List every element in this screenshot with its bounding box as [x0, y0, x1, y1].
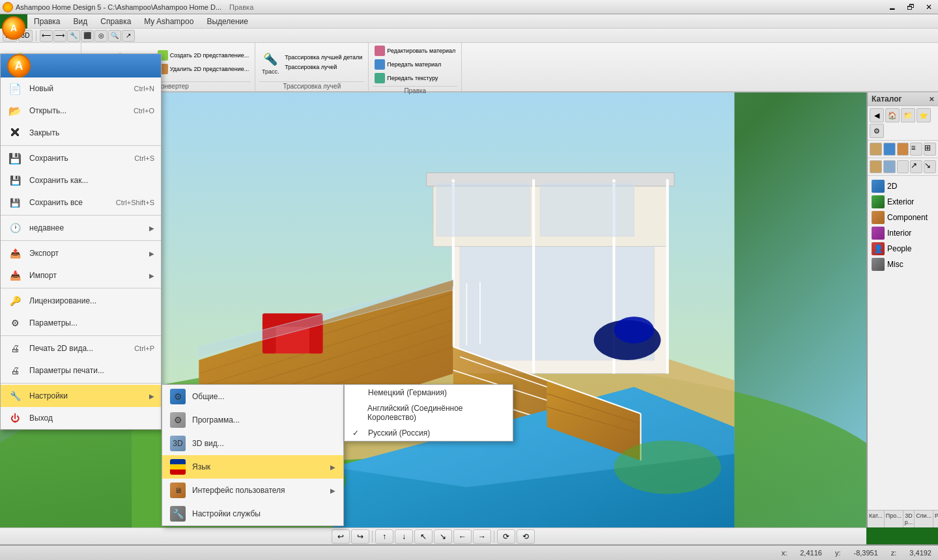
- submenu-item-service[interactable]: 🔧 Настройки службы: [162, 502, 343, 525]
- ribbon-delete2d-btn[interactable]: Удалить 2D представление...: [156, 63, 251, 76]
- maximize-button[interactable]: 🗗: [902, 0, 920, 14]
- catalog-title-text: Каталог: [872, 94, 902, 104]
- close-button[interactable]: ✕: [920, 0, 938, 14]
- menu-item-printparams[interactable]: 🖨 Параметры печати...: [1, 359, 161, 382]
- catalog-settings-btn[interactable]: ⚙: [870, 124, 884, 138]
- nav-divider: [372, 531, 373, 542]
- settings-submenu: ⚙ Общие... ⚙ Программа... 3D 3D вид... Я…: [162, 384, 344, 526]
- nav-btn-rotate-cw[interactable]: ⟳: [497, 529, 515, 544]
- catalog-title: Каталог ✕: [868, 92, 938, 106]
- catalog-back-btn[interactable]: ◀: [870, 108, 884, 122]
- menu-item-myashampoo[interactable]: My Ashampoo: [137, 14, 200, 29]
- ribbon-transtexture-btn[interactable]: Передать текстуру: [373, 72, 457, 85]
- menu-settings-arrow: ▶: [149, 393, 154, 400]
- ribbon-rays-btn[interactable]: Трассировка лучей: [283, 63, 364, 72]
- ribbon-bestdetail-btn[interactable]: Трассировка лучшей детали: [283, 53, 364, 62]
- menu-item-new[interactable]: 📄 Новый Ctrl+N: [1, 77, 161, 100]
- lang-item-en[interactable]: Английский (Соединённое Королевство): [345, 400, 513, 425]
- menu-item-save[interactable]: 💾 Сохранить Ctrl+S: [1, 147, 161, 169]
- menu-item-params[interactable]: ⚙ Параметры...: [1, 312, 161, 334]
- nav-btn-upleft[interactable]: ↖: [414, 529, 433, 544]
- catalog-filter-btn1[interactable]: [870, 160, 882, 173]
- catalog-tab-0[interactable]: Кат...: [868, 511, 885, 527]
- nav-btn-downright[interactable]: ↘: [434, 529, 452, 544]
- submenu-item-interface[interactable]: 🖥 Интерфейс пользователя ▶: [162, 479, 343, 502]
- nav-btn-rotate-ccw[interactable]: ⟲: [517, 529, 535, 544]
- nav-btn-undo[interactable]: ↩: [332, 529, 350, 544]
- minimize-button[interactable]: 🗕: [883, 0, 902, 14]
- catalog-filter-btn4[interactable]: ↗: [910, 160, 922, 173]
- lang-item-ru[interactable]: ✓ Русский (Россия): [345, 425, 513, 441]
- ribbon-editmaterial-btn[interactable]: Редактировать материал: [373, 44, 457, 57]
- menu-item-saveas[interactable]: 💾 Сохранить как...: [1, 169, 161, 191]
- menu-item-pravka[interactable]: Правка: [27, 14, 67, 29]
- menu-item-settings[interactable]: 🔧 Настройки ▶: [1, 385, 161, 407]
- tb-icon-2[interactable]: ⟶: [53, 30, 66, 42]
- catalog-tab-1[interactable]: Про...: [885, 511, 903, 527]
- menu-item-vid[interactable]: Вид: [67, 14, 94, 29]
- menu-item-spravka[interactable]: Справка: [94, 14, 137, 29]
- catalog-view-btn-2d[interactable]: [883, 143, 896, 156]
- catalog-tab-2[interactable]: 3D р...: [903, 511, 915, 527]
- catalog-tab-4[interactable]: Рас...: [933, 511, 938, 527]
- catalog-tab-3[interactable]: Спи...: [915, 511, 933, 527]
- catalog-item-exterior[interactable]: Exterior: [870, 194, 935, 210]
- catalog-label-people: People: [887, 244, 911, 253]
- catalog-filter-btn2[interactable]: [883, 160, 896, 173]
- catalog-filter-btn3[interactable]: [897, 160, 909, 173]
- menu-item-exit[interactable]: ⏻ Выход: [1, 407, 161, 429]
- menu-item-open[interactable]: 📂 Открыть... Ctrl+O: [1, 100, 161, 122]
- catalog-item-people[interactable]: 👤 People: [870, 241, 935, 257]
- coord-y-value: -8,3951: [853, 549, 877, 557]
- ribbon-transmaterial-btn[interactable]: Передать материал: [373, 58, 457, 71]
- submenu-item-general[interactable]: ⚙ Общие...: [162, 385, 343, 408]
- nav-btn-left[interactable]: ←: [453, 529, 472, 544]
- tb-icon-1[interactable]: ⟵: [40, 30, 53, 42]
- menu-item-license[interactable]: 🔑 Лицензирование...: [1, 290, 161, 312]
- coord-x-label: x:: [782, 549, 788, 557]
- nav-btn-right[interactable]: →: [473, 529, 491, 544]
- menu-item-recent[interactable]: 🕐 недавнее ▶: [1, 217, 161, 239]
- catalog-item-2d[interactable]: 2D: [870, 178, 935, 194]
- catalog-home-btn[interactable]: 🏠: [885, 108, 900, 122]
- people-icon-glyph: 👤: [874, 244, 883, 253]
- menu-item-import[interactable]: 📥 Импорт ▶: [1, 264, 161, 287]
- ribbon-raytrace-btn[interactable]: 🔦 Трасс.: [259, 49, 281, 76]
- coord-z-label: z:: [891, 549, 897, 557]
- tb-icon-7[interactable]: ↗: [122, 30, 135, 42]
- svg-rect-46: [170, 469, 186, 475]
- catalog-star-btn[interactable]: ⭐: [917, 108, 931, 122]
- catalog-list-btn[interactable]: ≡: [910, 143, 922, 156]
- lang-item-de[interactable]: Немецкий (Германия): [345, 385, 513, 400]
- nav-btn-redo[interactable]: ↪: [351, 529, 369, 544]
- menu-item-saveall[interactable]: 💾 Сохранить все Ctrl+Shift+S: [1, 191, 161, 214]
- nav-btn-up[interactable]: ↑: [375, 529, 393, 544]
- tb-icon-4[interactable]: ⬛: [81, 30, 94, 42]
- submenu-item-program[interactable]: ⚙ Программа...: [162, 408, 343, 432]
- submenu-item-language[interactable]: Язык ▶: [162, 455, 343, 479]
- tb-icon-5[interactable]: ◎: [94, 30, 107, 42]
- submenu-general-label: Общие...: [192, 392, 224, 401]
- tb-icon-3[interactable]: 🔧: [67, 30, 80, 42]
- catalog-texture-btn[interactable]: [870, 143, 882, 156]
- app-logo-button[interactable]: A: [2, 16, 25, 40]
- catalog-item-misc[interactable]: Misc: [870, 257, 935, 272]
- nav-btn-down[interactable]: ↓: [395, 529, 413, 544]
- catalog-view-btn-3d[interactable]: [897, 143, 909, 156]
- submenu-item-3dview[interactable]: 3D 3D вид...: [162, 432, 343, 455]
- catalog-item-component[interactable]: Component: [870, 210, 935, 225]
- menu-item-print2d[interactable]: 🖨 Печать 2D вида... Ctrl+P: [1, 337, 161, 359]
- menu-open-label: Открыть...: [29, 106, 66, 115]
- ribbon-3dconv-sub: Создать 2D представление... Удалить 2D п…: [156, 49, 251, 76]
- ribbon-create2d-btn[interactable]: Создать 2D представление...: [156, 49, 251, 62]
- catalog-folder-btn[interactable]: 📁: [901, 108, 915, 122]
- menu-item-close[interactable]: 🗙 Закрыть: [1, 122, 161, 144]
- menu-item-export[interactable]: 📤 Экспорт ▶: [1, 242, 161, 264]
- catalog-label-interior: Interior: [887, 229, 911, 238]
- catalog-filter-btn5[interactable]: ↘: [924, 160, 936, 173]
- catalog-grid-btn[interactable]: ⊞: [924, 143, 936, 156]
- tb-icon-6[interactable]: 🔍: [108, 30, 121, 42]
- catalog-close-btn[interactable]: ✕: [929, 96, 934, 103]
- menu-item-vydelenie[interactable]: Выделение: [200, 14, 255, 29]
- catalog-item-interior[interactable]: Interior: [870, 225, 935, 241]
